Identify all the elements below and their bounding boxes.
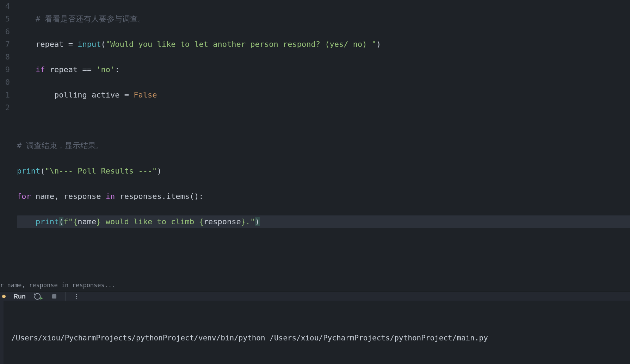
svg-marker-0 [41,297,43,299]
const-false: False [134,90,157,99]
code-editor[interactable]: 4 5 6 7 8 9 0 1 2 # 看看是否还有人要参与调查。 repeat… [0,0,630,279]
console-output[interactable]: /Users/xiou/PycharmProjects/pythonProjec… [0,301,630,364]
svg-point-4 [76,298,77,299]
svg-rect-1 [52,294,56,299]
fn-input: input [78,40,101,49]
line-number-gutter: 4 5 6 7 8 9 0 1 2 [0,0,12,279]
code-area[interactable]: # 看看是否还有人要参与调查。 repeat = input("Would yo… [12,0,630,279]
code-comment: # 看看是否还有人要参与调查。 [36,14,146,23]
run-status-dot [2,295,6,298]
console-left-rail [0,301,4,364]
fn-print: print [17,167,40,175]
kw-for: for [17,192,31,201]
kw-in: in [106,192,115,201]
run-toolbar: Run [0,291,630,301]
more-icon[interactable] [73,293,80,300]
breadcrumb[interactable]: r name, response in responses... [0,279,630,291]
toolbar-divider [65,292,66,301]
fn-print: print [36,217,59,226]
paren-open: ( [59,217,63,226]
string-literal: "Would you like to let another person re… [106,40,376,49]
svg-point-3 [76,296,77,297]
stop-icon[interactable] [51,293,57,300]
rerun-icon[interactable] [33,293,43,300]
svg-point-2 [76,294,77,295]
paren-close: ) [255,217,260,226]
run-label[interactable]: Run [13,293,26,300]
console-line: /Users/xiou/PycharmProjects/pythonProjec… [11,334,488,342]
kw-if: if [36,65,45,74]
code-comment: # 调查结束，显示结果。 [17,141,104,150]
